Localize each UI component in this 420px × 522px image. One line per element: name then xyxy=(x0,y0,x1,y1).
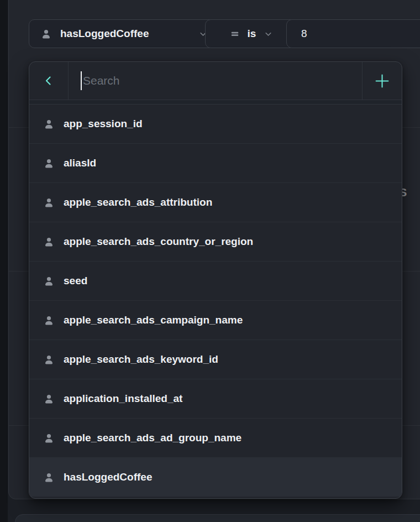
list-item[interactable]: apple_search_ads_campaign_name xyxy=(29,301,402,340)
plus-icon xyxy=(374,73,390,89)
add-property-button[interactable] xyxy=(362,62,402,100)
list-item[interactable]: app_session_id xyxy=(29,105,402,144)
list-item[interactable]: apple_search_ads_country_or_region xyxy=(29,222,402,262)
property-name: aliasId xyxy=(64,157,96,169)
equals-icon xyxy=(229,28,241,40)
list-item[interactable]: apple_search_ads_attribution xyxy=(29,183,402,222)
property-name: apple_search_ads_keyword_id xyxy=(64,353,218,366)
property-name: apple_search_ads_ad_group_name xyxy=(64,432,242,444)
list-item[interactable]: hasLoggedCoffee xyxy=(29,458,402,497)
person-icon xyxy=(40,28,52,40)
person-icon xyxy=(43,315,55,326)
person-icon xyxy=(43,472,55,483)
person-icon xyxy=(43,118,55,130)
list-top-gap xyxy=(29,100,402,105)
property-pill-label: hasLoggedCoffee xyxy=(60,28,149,40)
property-selector-pill[interactable]: hasLoggedCoffee xyxy=(29,19,219,48)
operator-selector-pill[interactable]: is xyxy=(205,19,297,48)
dropdown-header xyxy=(29,62,402,100)
list-item[interactable]: seed xyxy=(29,262,402,301)
list-item[interactable]: apple_search_ads_keyword_id xyxy=(29,340,402,379)
list-item[interactable]: application_installed_at xyxy=(29,379,402,419)
property-name: apple_search_ads_campaign_name xyxy=(64,314,243,326)
left-dark-rail xyxy=(0,0,8,522)
chevron-down-icon xyxy=(264,29,273,39)
person-icon xyxy=(43,393,55,405)
operator-pill-label: is xyxy=(248,28,256,40)
search-input[interactable] xyxy=(82,74,362,87)
property-name: app_session_id xyxy=(64,118,143,130)
person-icon xyxy=(43,158,55,169)
property-name: apple_search_ads_attribution xyxy=(64,196,212,208)
search-field[interactable] xyxy=(69,62,362,100)
property-name: seed xyxy=(64,275,87,287)
property-name: apple_search_ads_country_or_region xyxy=(64,236,253,248)
filter-value-input[interactable] xyxy=(301,28,390,40)
property-name: application_installed_at xyxy=(64,393,182,405)
person-icon xyxy=(43,275,55,287)
person-icon xyxy=(43,236,55,248)
background-card-below xyxy=(15,514,420,522)
chevron-left-icon xyxy=(42,74,55,87)
person-icon xyxy=(43,432,55,444)
list-item[interactable]: aliasId xyxy=(29,144,402,183)
property-name: hasLoggedCoffee xyxy=(64,471,152,483)
filter-value-field[interactable] xyxy=(286,19,420,48)
property-picker-dropdown: app_session_id aliasId apple_search_ad xyxy=(29,61,402,499)
list-item[interactable]: apple_search_ads_ad_group_name xyxy=(29,419,402,458)
person-icon xyxy=(43,197,55,208)
person-icon xyxy=(43,354,55,366)
property-list: app_session_id aliasId apple_search_ad xyxy=(29,105,402,498)
back-button[interactable] xyxy=(29,62,69,100)
